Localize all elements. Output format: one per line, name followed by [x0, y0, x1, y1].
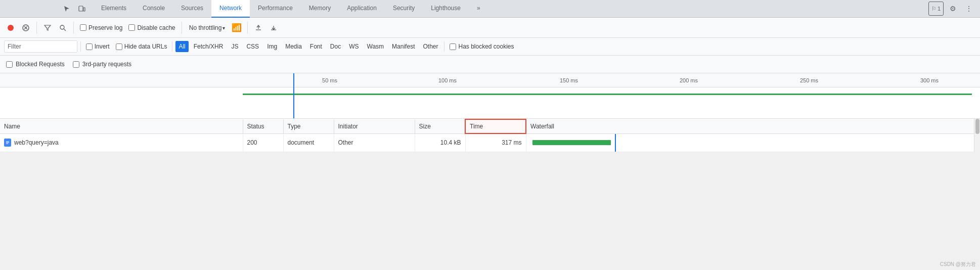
- timeline-ruler: 50 ms 100 ms 150 ms 200 ms 250 ms 300 ms: [0, 73, 980, 87]
- scrollbar-thumb[interactable]: [975, 119, 979, 134]
- th-waterfall[interactable]: Waterfall: [526, 119, 980, 133]
- waterfall-bar-green: [532, 140, 611, 145]
- filter-img-button[interactable]: Img: [264, 41, 280, 52]
- tab-performance[interactable]: Performance: [250, 0, 301, 18]
- timeline-mark-300ms: 300 ms: [920, 77, 939, 83]
- third-party-label[interactable]: 3rd-party requests: [73, 61, 131, 68]
- th-size[interactable]: Size: [415, 119, 465, 133]
- tab-bar: Elements Console Sources Network Perform…: [0, 0, 980, 18]
- feedback-icon: ⚐: [931, 6, 937, 12]
- left-icons: [56, 2, 93, 16]
- disable-cache-checkbox[interactable]: [128, 24, 135, 31]
- wifi-icon: 📶: [232, 23, 242, 32]
- settings-icon-button[interactable]: ⚙: [946, 2, 960, 16]
- import-har-button[interactable]: [252, 21, 265, 34]
- request-name: web?query=java: [14, 139, 59, 146]
- separator-2: [73, 22, 74, 34]
- third-party-checkbox[interactable]: [73, 61, 79, 68]
- filter-sep-1: [80, 41, 81, 52]
- blocked-requests-label[interactable]: Blocked Requests: [6, 61, 65, 68]
- blocked-requests-checkbox[interactable]: [6, 61, 13, 68]
- td-waterfall: [526, 133, 980, 152]
- th-time[interactable]: Time: [465, 119, 526, 133]
- filter-fetch-button[interactable]: Fetch/XHR: [191, 41, 227, 52]
- td-status: 200: [243, 133, 283, 152]
- feedback-badge-button[interactable]: ⚐ 1: [928, 2, 944, 16]
- timeline-mark-250ms: 250 ms: [800, 77, 818, 83]
- svg-point-6: [60, 25, 64, 29]
- waterfall-bar-container: [530, 139, 632, 146]
- th-name[interactable]: Name: [0, 119, 243, 133]
- invert-checkbox[interactable]: [86, 43, 93, 50]
- filter-manifest-button[interactable]: Manifest: [389, 41, 418, 52]
- tab-memory[interactable]: Memory: [301, 0, 339, 18]
- has-blocked-cookies-label[interactable]: Has blocked cookies: [448, 43, 516, 50]
- timeline-blue-line: [293, 73, 294, 119]
- filter-sep-2: [172, 41, 172, 52]
- td-type: document: [283, 133, 334, 152]
- tab-more[interactable]: »: [469, 0, 488, 18]
- tab-network[interactable]: Network: [211, 0, 250, 18]
- preserve-log-label[interactable]: Preserve log: [78, 24, 124, 31]
- preserve-log-checkbox[interactable]: [80, 24, 86, 31]
- tab-security[interactable]: Security: [385, 0, 423, 18]
- throttle-chevron-icon: [222, 24, 225, 31]
- export-har-button[interactable]: [267, 21, 280, 34]
- network-conditions-button[interactable]: 📶: [230, 21, 243, 34]
- more-icon-button[interactable]: ⋮: [962, 2, 976, 16]
- table-header-row: Name Status Type Initiator Size Time Wat…: [0, 119, 980, 133]
- invert-label[interactable]: Invert: [84, 43, 112, 50]
- network-table-wrapper: Name Status Type Initiator Size Time Wat…: [0, 119, 980, 152]
- svg-line-7: [64, 29, 66, 31]
- th-status[interactable]: Status: [243, 119, 283, 133]
- filter-input-wrapper[interactable]: Filter: [4, 40, 77, 53]
- hide-data-urls-text: Hide data URLs: [124, 43, 167, 50]
- record-button[interactable]: [4, 21, 17, 34]
- hide-data-urls-label[interactable]: Hide data URLs: [114, 43, 169, 50]
- tab-lighthouse[interactable]: Lighthouse: [423, 0, 469, 18]
- tab-sources[interactable]: Sources: [173, 0, 211, 18]
- filter-doc-button[interactable]: Doc: [327, 41, 344, 52]
- invert-text: Invert: [95, 43, 110, 50]
- separator-3: [182, 22, 182, 34]
- tab-elements[interactable]: Elements: [93, 0, 135, 18]
- timeline-mark-100ms: 100 ms: [438, 77, 457, 83]
- filter-ws-button[interactable]: WS: [346, 41, 362, 52]
- tab-console[interactable]: Console: [135, 0, 173, 18]
- hide-data-urls-checkbox[interactable]: [116, 43, 122, 50]
- name-cell: web?query=java: [4, 139, 239, 147]
- filter-icon-button[interactable]: [41, 21, 54, 34]
- timeline-mark-150ms: 150 ms: [560, 77, 578, 83]
- has-blocked-cookies-checkbox[interactable]: [450, 43, 456, 50]
- device-icon[interactable]: [75, 2, 89, 16]
- filter-sep-3: [444, 41, 444, 52]
- filter-css-button[interactable]: CSS: [243, 41, 262, 52]
- throttle-select[interactable]: No throttling: [186, 23, 229, 32]
- tab-application[interactable]: Application: [339, 0, 385, 18]
- separator-1: [36, 22, 37, 34]
- search-icon-button[interactable]: [56, 21, 69, 34]
- th-type[interactable]: Type: [283, 119, 334, 133]
- table-row[interactable]: web?query=java 200 document Other 10.4 k…: [0, 133, 980, 152]
- network-table: Name Status Type Initiator Size Time Wat…: [0, 119, 980, 152]
- timeline-green-line: [243, 94, 972, 95]
- filter-media-button[interactable]: Media: [282, 41, 305, 52]
- filter-js-button[interactable]: JS: [228, 41, 241, 52]
- cursor-icon[interactable]: [60, 2, 74, 16]
- throttle-label: No throttling: [189, 24, 222, 31]
- filter-input[interactable]: [23, 43, 74, 50]
- filter-font-button[interactable]: Font: [307, 41, 325, 52]
- doc-icon: [4, 139, 11, 147]
- td-name[interactable]: web?query=java: [0, 133, 243, 152]
- filter-other-button[interactable]: Other: [420, 41, 441, 52]
- third-party-text: 3rd-party requests: [82, 61, 131, 68]
- filter-all-button[interactable]: All: [175, 41, 188, 52]
- disable-cache-label[interactable]: Disable cache: [126, 24, 177, 31]
- svg-rect-0: [79, 6, 83, 11]
- scrollbar[interactable]: [974, 119, 980, 152]
- stop-button[interactable]: [19, 21, 32, 34]
- timeline-body: [0, 87, 980, 119]
- svg-rect-1: [83, 8, 85, 11]
- th-initiator[interactable]: Initiator: [334, 119, 415, 133]
- filter-wasm-button[interactable]: Wasm: [364, 41, 387, 52]
